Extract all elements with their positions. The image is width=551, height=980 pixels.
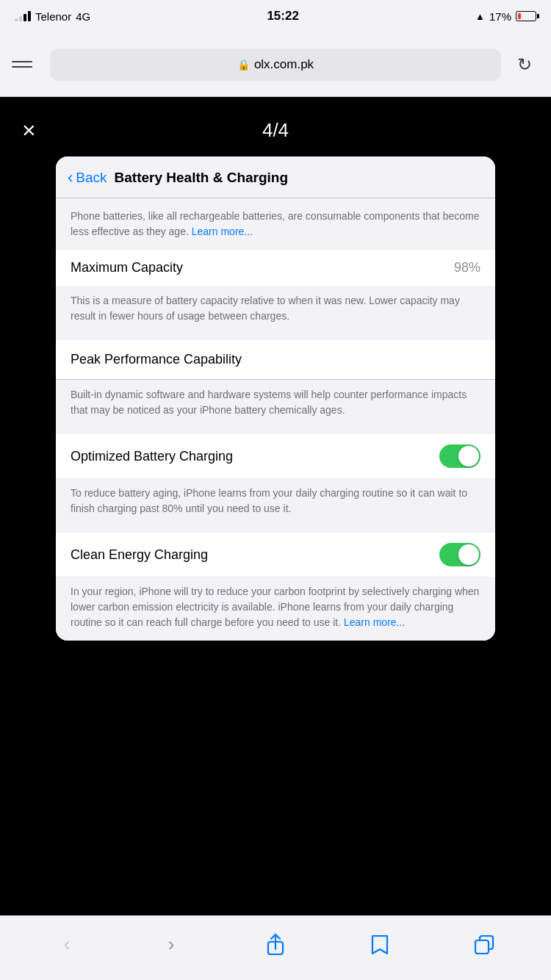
- svg-rect-2: [475, 940, 489, 954]
- settings-card: ‹ Back Battery Health & Charging Phone b…: [56, 156, 495, 641]
- tabs-icon: [474, 934, 494, 955]
- carrier-label: Telenor: [35, 10, 71, 23]
- browser-menu-button[interactable]: [12, 50, 41, 79]
- clean-energy-label: Clean Energy Charging: [71, 547, 208, 563]
- back-chevron-icon: ‹: [68, 168, 73, 187]
- share-button[interactable]: [253, 923, 298, 967]
- close-button[interactable]: ×: [22, 117, 36, 144]
- optimized-charging-description: To reduce battery aging, iPhone learns f…: [56, 478, 495, 527]
- network-type-label: 4G: [76, 10, 90, 23]
- intro-section: Phone batteries, like all rechargeable b…: [56, 198, 495, 250]
- optimized-charging-row: Optimized Battery Charging: [56, 434, 495, 478]
- bookmarks-button[interactable]: [358, 923, 402, 967]
- clean-energy-description: In your region, iPhone will try to reduc…: [56, 577, 495, 641]
- battery-fill: [518, 13, 521, 19]
- main-content: × 4/4 ‹ Back Battery Health & Charging P…: [0, 97, 551, 729]
- back-nav: ‹ Back Battery Health & Charging: [56, 156, 495, 198]
- share-icon: [265, 934, 286, 956]
- signal-bar-1: [15, 18, 18, 21]
- clean-energy-section: Clean Energy Charging: [56, 533, 495, 577]
- max-capacity-description-text: This is a measure of battery capacity re…: [71, 293, 480, 324]
- back-navigation-icon: ‹: [64, 933, 71, 956]
- photo-counter: 4/4: [262, 119, 289, 142]
- url-text: olx.com.pk: [254, 57, 314, 72]
- signal-bar-3: [24, 14, 26, 21]
- optimized-charging-toggle[interactable]: [439, 444, 480, 468]
- peak-performance-description-text: Built-in dynamic software and hardware s…: [71, 387, 480, 418]
- photo-nav: × 4/4: [0, 119, 551, 142]
- menu-line-1: [12, 61, 32, 62]
- tabs-button[interactable]: [462, 923, 506, 967]
- peak-performance-description: Built-in dynamic software and hardware s…: [56, 380, 495, 428]
- battery-icon: [516, 11, 536, 21]
- toggle-knob-clean-energy: [458, 544, 479, 565]
- signal-bars: [15, 11, 31, 21]
- peak-performance-label: Peak Performance Capability: [71, 352, 242, 367]
- status-bar: Telenor 4G 15:22 ▲ 17%: [0, 0, 551, 32]
- url-bar[interactable]: 🔒 olx.com.pk: [50, 48, 501, 81]
- status-time: 15:22: [267, 9, 298, 24]
- location-icon: ▲: [475, 11, 485, 22]
- intro-text: Phone batteries, like all rechargeable b…: [71, 209, 480, 239]
- browser-bar: 🔒 olx.com.pk ↻: [0, 32, 551, 97]
- reload-button[interactable]: ↻: [510, 50, 539, 79]
- optimized-charging-section: Optimized Battery Charging: [56, 434, 495, 478]
- clean-energy-description-text: In your region, iPhone will try to reduc…: [71, 584, 480, 630]
- clean-energy-toggle[interactable]: [439, 543, 480, 566]
- back-navigation-button[interactable]: ‹: [45, 923, 89, 967]
- maximum-capacity-label: Maximum Capacity: [71, 260, 183, 275]
- bottom-toolbar: ‹ ›: [0, 915, 551, 980]
- clean-energy-row: Clean Energy Charging: [56, 533, 495, 577]
- forward-navigation-button[interactable]: ›: [149, 923, 193, 967]
- signal-bar-4: [28, 11, 31, 21]
- menu-line-2: [12, 66, 32, 68]
- toggle-knob-optimized: [458, 446, 479, 466]
- lock-icon: 🔒: [237, 59, 250, 71]
- maximum-capacity-value: 98%: [454, 260, 480, 275]
- back-button[interactable]: Back: [76, 170, 107, 186]
- optimized-charging-label: Optimized Battery Charging: [71, 449, 233, 464]
- intro-learn-more-link[interactable]: Learn more...: [192, 226, 253, 237]
- max-capacity-description: This is a measure of battery capacity re…: [56, 286, 495, 334]
- maximum-capacity-row: Maximum Capacity 98%: [56, 250, 495, 286]
- signal-bar-2: [19, 16, 22, 21]
- peak-performance-row: Peak Performance Capability: [56, 340, 495, 379]
- page-title: Battery Health & Charging: [115, 170, 288, 186]
- battery-percent: 17%: [489, 10, 511, 23]
- optimized-charging-description-text: To reduce battery aging, iPhone learns f…: [71, 486, 480, 516]
- bookmarks-icon: [370, 934, 390, 956]
- status-right: ▲ 17%: [475, 10, 536, 23]
- status-left: Telenor 4G: [15, 10, 90, 23]
- battery-icon-container: [516, 11, 536, 21]
- reload-icon: ↻: [517, 54, 532, 75]
- clean-energy-learn-more-link[interactable]: Learn more...: [344, 616, 405, 628]
- forward-navigation-icon: ›: [168, 933, 175, 956]
